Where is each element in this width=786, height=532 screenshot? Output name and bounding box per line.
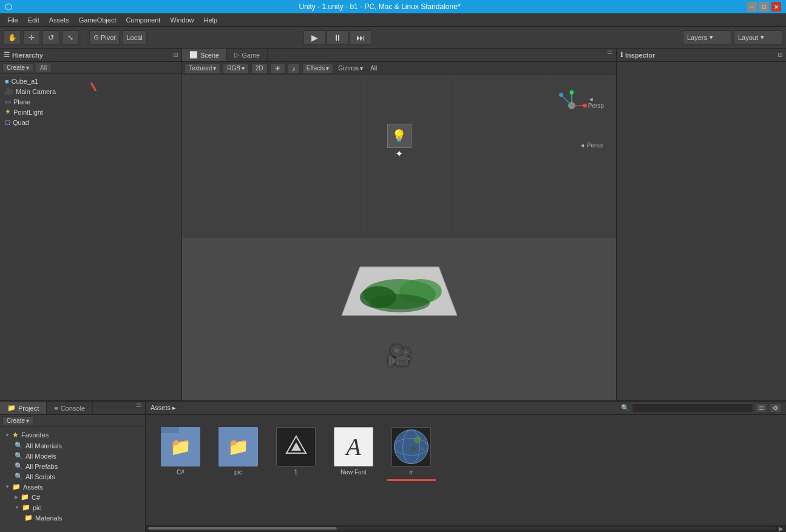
hand-tool-button[interactable]: ✋ <box>4 30 21 45</box>
tree-csharp-folder[interactable]: ▶ 📁 C# <box>10 492 145 502</box>
title-bar: ⬡ Unity - 1.unity - b1 - PC, Mac & Linux… <box>0 0 786 13</box>
rgb-button[interactable]: RGB ▾ <box>223 63 249 74</box>
scene-all-dropdown[interactable]: All <box>368 64 379 72</box>
menu-component[interactable]: Component <box>121 15 165 25</box>
project-tab-label: Project <box>18 405 39 412</box>
pause-button[interactable]: ⏸ <box>327 30 348 45</box>
search-options-button[interactable]: ☰ <box>756 403 767 412</box>
svg-point-24 <box>414 436 421 443</box>
project-tree: ▼ ★ Favorites 🔍 All Materials 🔍 All Mode… <box>0 427 145 532</box>
hierarchy-item-quad[interactable]: ◻ Quad <box>0 117 181 127</box>
asset-item-unity[interactable]: 1 <box>273 427 319 476</box>
console-tab-label: Console <box>61 405 85 412</box>
plane-object-icon: ▭ <box>5 98 11 106</box>
maximize-button[interactable]: □ <box>759 2 769 12</box>
assets-arrow-icon: ▼ <box>5 484 10 490</box>
project-toolbar: Create ▾ <box>0 415 145 427</box>
layout-dropdown[interactable]: Layout ▾ <box>734 30 782 45</box>
2d-button[interactable]: 2D <box>251 63 268 74</box>
scene-plane-object <box>317 255 481 328</box>
pic-folder-asset-icon: 📁 <box>219 427 258 466</box>
gizmos-dropdown[interactable]: Gizmos ▾ <box>336 64 365 72</box>
assets-search-area: 🔍 ☰ ⚙ <box>621 403 781 413</box>
menu-assets[interactable]: Assets <box>44 15 74 25</box>
tree-pic-folder[interactable]: ▼ 📁 pic <box>10 502 145 513</box>
search-settings-button[interactable]: ⚙ <box>770 403 781 412</box>
light-object-icon: ☀ <box>5 108 11 116</box>
light-rays-icon: ✦ <box>395 148 403 160</box>
create-arrow-icon: ▾ <box>26 64 29 71</box>
hierarchy-item-maincamera[interactable]: 🎥 Main Camera <box>0 86 181 96</box>
hierarchy-item-pointlight[interactable]: ☀ PointLight <box>0 107 181 117</box>
scrollbar-thumb <box>148 527 337 530</box>
materials-folder-icon: 📁 <box>24 514 33 522</box>
hierarchy-create-button[interactable]: Create ▾ <box>2 63 33 72</box>
scene-panel-menu[interactable]: ☰ <box>603 49 616 61</box>
local-button[interactable]: Local <box>122 30 146 45</box>
toolbar-sep-1 <box>84 30 84 45</box>
rgb-chevron-icon: ▾ <box>242 65 245 72</box>
font-asset-label: New Font <box>340 469 367 476</box>
tree-all-prefabs[interactable]: 🔍 All Prefabs <box>10 461 145 471</box>
assets-scrollbar[interactable]: ▶ <box>146 525 786 532</box>
layers-label: Layers <box>687 34 707 41</box>
scene-view[interactable]: 💡 ✦ X Y <box>182 75 616 400</box>
lighting-button[interactable]: ☀ <box>270 63 285 74</box>
scene-tab[interactable]: ⬜ Scene <box>182 49 227 61</box>
effects-button[interactable]: Effects ▾ <box>302 63 333 74</box>
menu-gameobject[interactable]: GameObject <box>74 15 121 25</box>
menu-help[interactable]: Help <box>198 15 222 25</box>
svg-point-13 <box>369 294 430 312</box>
project-panel-menu[interactable]: ☰ <box>132 402 145 414</box>
move-tool-button[interactable]: ✛ <box>23 30 40 45</box>
tree-materials-folder[interactable]: 📁 Materials <box>19 513 145 523</box>
asset-item-pic[interactable]: 📁 pic <box>215 427 261 476</box>
hierarchy-item-cube[interactable]: ■ Cube_a1 <box>0 76 181 86</box>
rotate-tool-button[interactable]: ↺ <box>42 30 59 45</box>
scrollbar-track <box>148 527 776 530</box>
inspector-content <box>617 62 786 400</box>
assets-breadcrumb: Assets ▸ <box>151 404 176 412</box>
persp-text: ◄ Persp <box>579 142 603 149</box>
asset-item-rr[interactable]: rr <box>388 427 434 481</box>
minimize-button[interactable]: ─ <box>747 2 757 12</box>
hierarchy-header: ☰ Hierarchy ⊡ <box>0 49 181 62</box>
hierarchy-list: ■ Cube_a1 🎥 Main Camera ▭ Plane ☀ PointL… <box>0 74 181 400</box>
hierarchy-item-plane[interactable]: ▭ Plane <box>0 96 181 107</box>
tree-assets[interactable]: ▼ 📁 Assets <box>0 482 145 492</box>
scale-tool-button[interactable]: ⤡ <box>62 30 79 45</box>
play-button[interactable]: ▶ <box>303 30 325 45</box>
inspector-maximize-icon[interactable]: ⊡ <box>778 52 782 58</box>
audio-button[interactable]: ♪ <box>288 63 300 74</box>
project-create-button[interactable]: Create ▾ <box>2 416 33 425</box>
svg-text:X: X <box>583 104 586 108</box>
hierarchy-maximize-icon[interactable]: ⊡ <box>173 52 178 58</box>
asset-item-font[interactable]: A New Font <box>331 427 376 476</box>
console-tab[interactable]: ≡ Console <box>47 402 93 414</box>
tree-all-models[interactable]: 🔍 All Models <box>10 451 145 461</box>
project-tab[interactable]: 📁 Project <box>0 402 47 414</box>
game-tab[interactable]: ▷ Game <box>227 49 268 61</box>
scene-toolbar: Textured ▾ RGB ▾ 2D ☀ ♪ Effects ▾ Gizmos <box>182 62 616 75</box>
tree-favorites[interactable]: ▼ ★ Favorites <box>0 429 145 440</box>
assets-search-input[interactable] <box>632 403 753 413</box>
tree-all-materials[interactable]: 🔍 All Materials <box>10 440 145 451</box>
inspector-header: ℹ Inspector ⊡ <box>617 49 786 62</box>
pivot-button[interactable]: ⊙ Pivot <box>89 30 120 45</box>
step-button[interactable]: ⏭ <box>350 30 371 45</box>
font-icon-letter: A <box>346 433 361 461</box>
menu-edit[interactable]: Edit <box>23 15 44 25</box>
scene-tabs: ⬜ Scene ▷ Game ☰ <box>182 49 616 62</box>
asset-item-csharp[interactable]: 📁 C# <box>158 427 203 476</box>
project-tab-icon: 📁 <box>7 404 16 412</box>
close-button[interactable]: ✕ <box>771 2 781 12</box>
menu-window[interactable]: Window <box>165 15 198 25</box>
menu-file[interactable]: File <box>2 15 23 25</box>
textured-button[interactable]: Textured ▾ <box>185 63 220 74</box>
layers-dropdown[interactable]: Layers ▾ <box>683 30 731 45</box>
unity-asset-icon <box>276 427 316 466</box>
pivot-icon: ⊙ <box>93 33 99 41</box>
tree-all-scripts[interactable]: 🔍 All Scripts <box>10 471 145 482</box>
scrollbar-right-button[interactable]: ▶ <box>779 525 784 532</box>
hierarchy-all-tag[interactable]: All <box>36 63 51 72</box>
